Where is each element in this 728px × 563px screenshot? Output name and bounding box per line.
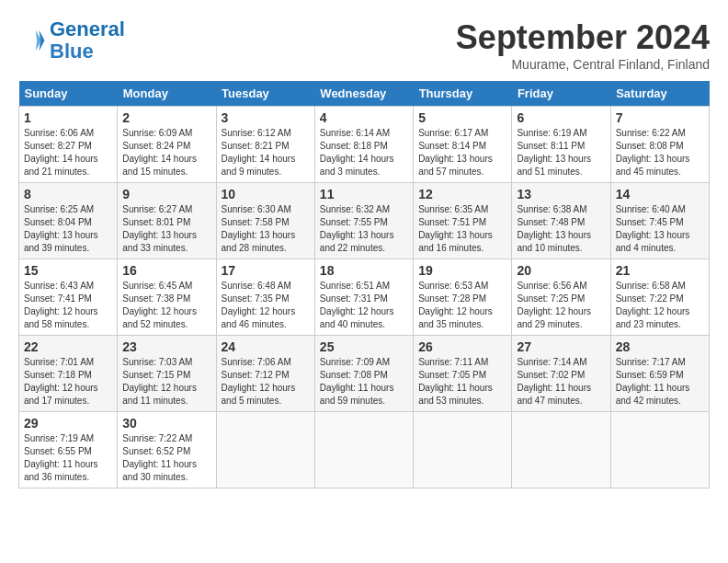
calendar-row: 8 Sunrise: 6:25 AM Sunset: 8:04 PM Dayli… <box>19 183 710 259</box>
sunrise: Sunrise: 6:45 AM <box>122 281 192 291</box>
day-number: 13 <box>517 187 605 201</box>
day-info: Sunrise: 7:22 AM Sunset: 6:52 PM Dayligh… <box>122 432 210 484</box>
daylight: Daylight: 12 hours and 29 minutes. <box>517 306 591 329</box>
sunset: Sunset: 6:52 PM <box>122 446 190 456</box>
day-number: 7 <box>616 110 704 125</box>
empty-day-cell <box>610 412 709 488</box>
sunrise: Sunrise: 6:19 AM <box>517 128 586 138</box>
day-number: 8 <box>24 187 112 201</box>
daylight: Daylight: 13 hours and 51 minutes. <box>517 154 591 177</box>
daylight: Daylight: 13 hours and 16 minutes. <box>418 230 493 253</box>
sunset: Sunset: 8:01 PM <box>122 217 190 227</box>
day-info: Sunrise: 7:11 AM Sunset: 7:05 PM Dayligh… <box>418 356 506 408</box>
daylight: Daylight: 14 hours and 15 minutes. <box>122 154 197 177</box>
sunset: Sunset: 8:18 PM <box>320 141 388 151</box>
day-cell: 29 Sunrise: 7:19 AM Sunset: 6:55 PM Dayl… <box>19 412 118 488</box>
day-cell: 25 Sunrise: 7:09 AM Sunset: 7:08 PM Dayl… <box>314 336 413 412</box>
day-info: Sunrise: 6:51 AM Sunset: 7:31 PM Dayligh… <box>320 280 408 331</box>
day-info: Sunrise: 7:19 AM Sunset: 6:55 PM Dayligh… <box>24 432 112 484</box>
sunset: Sunset: 7:45 PM <box>616 217 684 227</box>
daylight: Daylight: 11 hours and 42 minutes. <box>616 383 690 406</box>
empty-day-cell <box>216 412 314 488</box>
sunset: Sunset: 7:48 PM <box>517 217 585 227</box>
day-number: 19 <box>418 263 506 278</box>
day-number: 29 <box>24 416 112 431</box>
day-cell: 4 Sunrise: 6:14 AM Sunset: 8:18 PM Dayli… <box>314 107 413 183</box>
day-info: Sunrise: 6:25 AM Sunset: 8:04 PM Dayligh… <box>24 203 112 255</box>
day-number: 2 <box>122 110 210 125</box>
day-cell: 9 Sunrise: 6:27 AM Sunset: 8:01 PM Dayli… <box>118 183 216 259</box>
sunrise: Sunrise: 6:40 AM <box>616 204 686 214</box>
daylight: Daylight: 12 hours and 35 minutes. <box>418 306 493 329</box>
day-cell: 3 Sunrise: 6:12 AM Sunset: 8:21 PM Dayli… <box>216 107 314 183</box>
day-number: 24 <box>222 339 310 354</box>
calendar-header-row: Sunday Monday Tuesday Wednesday Thursday… <box>19 81 710 107</box>
day-info: Sunrise: 6:43 AM Sunset: 7:41 PM Dayligh… <box>24 280 112 331</box>
sunrise: Sunrise: 6:53 AM <box>418 281 488 291</box>
col-wednesday: Wednesday <box>314 81 413 107</box>
daylight: Daylight: 13 hours and 10 minutes. <box>517 230 591 253</box>
daylight: Daylight: 11 hours and 59 minutes. <box>320 383 394 406</box>
daylight: Daylight: 13 hours and 4 minutes. <box>616 230 690 253</box>
daylight: Daylight: 13 hours and 39 minutes. <box>24 230 98 253</box>
day-cell: 2 Sunrise: 6:09 AM Sunset: 8:24 PM Dayli… <box>118 107 216 183</box>
day-info: Sunrise: 7:01 AM Sunset: 7:18 PM Dayligh… <box>24 356 112 408</box>
sunrise: Sunrise: 6:38 AM <box>517 204 586 214</box>
col-saturday: Saturday <box>610 81 709 107</box>
day-info: Sunrise: 7:14 AM Sunset: 7:02 PM Dayligh… <box>517 356 605 408</box>
day-cell: 28 Sunrise: 7:17 AM Sunset: 6:59 PM Dayl… <box>610 336 709 412</box>
day-cell: 18 Sunrise: 6:51 AM Sunset: 7:31 PM Dayl… <box>314 259 413 336</box>
sunrise: Sunrise: 6:48 AM <box>222 281 291 291</box>
sunrise: Sunrise: 7:11 AM <box>418 357 488 367</box>
col-tuesday: Tuesday <box>216 81 314 107</box>
empty-day-cell <box>314 412 413 488</box>
sunset: Sunset: 7:38 PM <box>122 293 190 304</box>
logo: General Blue <box>18 18 125 63</box>
day-info: Sunrise: 7:17 AM Sunset: 6:59 PM Dayligh… <box>616 356 704 408</box>
day-cell: 1 Sunrise: 6:06 AM Sunset: 8:27 PM Dayli… <box>19 107 118 183</box>
day-info: Sunrise: 6:40 AM Sunset: 7:45 PM Dayligh… <box>616 203 704 255</box>
sunrise: Sunrise: 6:09 AM <box>122 128 192 138</box>
day-info: Sunrise: 6:06 AM Sunset: 8:27 PM Dayligh… <box>24 127 112 178</box>
sunset: Sunset: 7:28 PM <box>418 293 486 304</box>
daylight: Daylight: 11 hours and 53 minutes. <box>418 383 493 406</box>
location: Muurame, Central Finland, Finland <box>456 57 710 72</box>
day-cell: 11 Sunrise: 6:32 AM Sunset: 7:55 PM Dayl… <box>314 183 413 259</box>
sunrise: Sunrise: 6:56 AM <box>517 281 586 291</box>
col-sunday: Sunday <box>19 81 118 107</box>
daylight: Daylight: 12 hours and 52 minutes. <box>122 306 197 329</box>
sunset: Sunset: 8:04 PM <box>24 217 92 227</box>
daylight: Daylight: 12 hours and 17 minutes. <box>24 383 98 406</box>
page-header: General Blue September 2024 Muurame, Cen… <box>18 18 710 72</box>
day-cell: 14 Sunrise: 6:40 AM Sunset: 7:45 PM Dayl… <box>610 183 709 259</box>
sunset: Sunset: 8:11 PM <box>517 141 585 151</box>
sunset: Sunset: 7:25 PM <box>517 293 585 304</box>
sunset: Sunset: 7:15 PM <box>122 370 190 380</box>
sunset: Sunset: 7:55 PM <box>320 217 388 227</box>
day-cell: 17 Sunrise: 6:48 AM Sunset: 7:35 PM Dayl… <box>216 259 314 336</box>
day-info: Sunrise: 6:30 AM Sunset: 7:58 PM Dayligh… <box>222 203 310 255</box>
col-friday: Friday <box>512 81 610 107</box>
day-info: Sunrise: 6:53 AM Sunset: 7:28 PM Dayligh… <box>418 280 506 331</box>
daylight: Daylight: 14 hours and 9 minutes. <box>222 154 296 177</box>
day-number: 16 <box>122 263 210 278</box>
day-info: Sunrise: 6:09 AM Sunset: 8:24 PM Dayligh… <box>122 127 210 178</box>
daylight: Daylight: 12 hours and 5 minutes. <box>222 383 296 406</box>
calendar-row: 22 Sunrise: 7:01 AM Sunset: 7:18 PM Dayl… <box>19 336 710 412</box>
day-info: Sunrise: 6:14 AM Sunset: 8:18 PM Dayligh… <box>320 127 408 178</box>
day-number: 20 <box>517 263 605 278</box>
day-info: Sunrise: 6:32 AM Sunset: 7:55 PM Dayligh… <box>320 203 408 255</box>
day-info: Sunrise: 6:17 AM Sunset: 8:14 PM Dayligh… <box>418 127 506 178</box>
calendar-table: Sunday Monday Tuesday Wednesday Thursday… <box>18 81 710 488</box>
month-title: September 2024 <box>456 18 710 57</box>
day-info: Sunrise: 6:12 AM Sunset: 8:21 PM Dayligh… <box>222 127 310 178</box>
calendar-row: 15 Sunrise: 6:43 AM Sunset: 7:41 PM Dayl… <box>19 259 710 336</box>
day-number: 26 <box>418 339 506 354</box>
day-number: 28 <box>616 339 704 354</box>
sunrise: Sunrise: 6:43 AM <box>24 281 94 291</box>
daylight: Daylight: 12 hours and 11 minutes. <box>122 383 197 406</box>
day-cell: 22 Sunrise: 7:01 AM Sunset: 7:18 PM Dayl… <box>19 336 118 412</box>
daylight: Daylight: 12 hours and 58 minutes. <box>24 306 98 329</box>
sunrise: Sunrise: 6:30 AM <box>222 204 291 214</box>
sunset: Sunset: 8:24 PM <box>122 141 190 151</box>
